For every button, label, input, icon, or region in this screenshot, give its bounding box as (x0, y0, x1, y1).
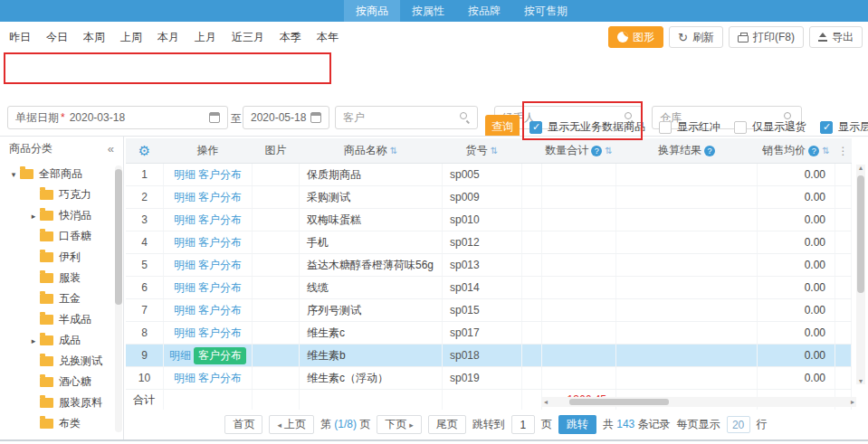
display-option-checkbox[interactable]: 仅显示退货 (734, 119, 806, 135)
detail-link[interactable]: 明细 (174, 326, 196, 341)
table-row[interactable]: 5 明细 客户分布 益达木糖醇香橙薄荷味56g sp013 0.00 (126, 254, 852, 277)
vertical-scrollbar-thumb[interactable] (857, 175, 864, 293)
category-tree-item[interactable]: ▾ 全部商品 (0, 164, 114, 184)
next-page-button[interactable]: 下页▸ (377, 415, 422, 434)
scroll-right-arrow[interactable]: ▸ (851, 397, 854, 407)
customer-distribution-link[interactable]: 客户分布 (198, 371, 242, 386)
checkbox-box[interactable] (659, 121, 672, 134)
header-qty[interactable]: 数量合计 (542, 138, 616, 163)
customer-field[interactable]: 客户 (335, 106, 478, 129)
detail-link[interactable]: 明细 (174, 235, 196, 250)
detail-link[interactable]: 明细 (174, 371, 196, 386)
category-tree-item[interactable]: 半成品 (0, 309, 114, 330)
calendar-icon[interactable] (209, 112, 220, 123)
sort-icon[interactable] (822, 146, 829, 156)
category-tree-item[interactable]: 伊利 (0, 247, 114, 268)
display-option-checkbox[interactable]: 显示层次结构 (820, 119, 868, 135)
quick-date-link[interactable]: 昨日 (9, 30, 31, 45)
sidebar-scrollbar-thumb[interactable] (115, 169, 122, 305)
category-tree-item[interactable]: 巧克力 (0, 184, 114, 205)
scroll-left-arrow[interactable]: ◂ (544, 397, 548, 407)
checkbox-box[interactable] (820, 121, 833, 134)
category-tree-item[interactable]: 服装 (0, 268, 114, 288)
help-icon[interactable] (808, 146, 819, 156)
collapse-sidebar-icon[interactable]: « (108, 142, 114, 156)
table-horizontal-scrollbar[interactable]: ◂ ▸ (542, 397, 856, 407)
category-tree-item[interactable]: 布类 (0, 413, 114, 434)
quick-date-link[interactable]: 上周 (120, 30, 142, 45)
detail-link[interactable]: 明细 (174, 190, 196, 205)
help-icon[interactable] (704, 146, 715, 156)
category-tree-item[interactable]: 五金 (0, 288, 114, 309)
category-tree-item[interactable]: 兑换测试 (0, 351, 114, 372)
report-tab[interactable]: 按属性 (400, 0, 456, 22)
report-tab[interactable]: 按品牌 (456, 0, 512, 22)
customer-distribution-link[interactable]: 客户分布 (198, 280, 242, 296)
quick-date-link[interactable]: 本月 (157, 30, 179, 45)
display-option-checkbox[interactable]: 显示无业务数据商品 (529, 119, 645, 135)
category-tree-item[interactable]: 服装原料 (0, 392, 114, 413)
first-page-button[interactable]: 首页 (224, 415, 262, 434)
category-tree-item[interactable]: 酒心糖 (0, 372, 114, 392)
table-row[interactable]: 8 明细 客户分布 维生素c sp017 0.00 (126, 322, 852, 345)
table-row[interactable]: 4 明细 客户分布 手机 sp012 0.00 (126, 231, 852, 254)
customer-distribution-link[interactable]: 客户分布 (198, 326, 242, 341)
calendar-icon[interactable] (310, 112, 321, 123)
jump-button[interactable]: 跳转 (558, 415, 596, 434)
table-row[interactable]: 7 明细 客户分布 序列号测试 sp015 0.00 (126, 299, 852, 322)
table-row[interactable]: 3 明细 客户分布 双梅味蛋糕 sp010 0.00 (126, 209, 852, 231)
refresh-button[interactable]: ↻ 刷新 (669, 26, 723, 48)
category-tree-item[interactable]: 口香糖 (0, 226, 114, 247)
date-from-field[interactable]: 单据日期 * 2020-03-18 (7, 106, 228, 129)
table-vertical-scrollbar[interactable]: ▴ ▾ (856, 165, 865, 384)
detail-link[interactable]: 明细 (174, 280, 196, 296)
report-tab[interactable]: 按商品 (344, 0, 400, 22)
customer-distribution-link[interactable]: 客户分布 (198, 303, 242, 318)
detail-link[interactable]: 明细 (174, 213, 196, 228)
category-tree-item[interactable]: ▸ 快消品 (0, 205, 114, 226)
quick-date-link[interactable]: 本周 (83, 30, 105, 45)
quick-date-link[interactable]: 上月 (195, 30, 216, 45)
detail-link[interactable]: 明细 (169, 348, 191, 364)
report-tab[interactable]: 按可售期 (512, 0, 579, 22)
header-name[interactable]: 商品名称 (300, 138, 443, 163)
search-icon[interactable] (459, 112, 470, 123)
sort-icon[interactable] (390, 146, 397, 156)
checkbox-box[interactable] (529, 121, 542, 134)
scroll-up-arrow[interactable]: ▴ (856, 164, 865, 172)
customer-distribution-link[interactable]: 客户分布 (198, 258, 242, 273)
header-sku[interactable]: 货号 (443, 138, 522, 163)
print-button[interactable]: 打印(F8) (729, 26, 804, 48)
horizontal-scrollbar-thumb[interactable] (569, 399, 669, 405)
detail-link[interactable]: 明细 (174, 303, 196, 318)
date-to-field[interactable]: 2020-05-18 (243, 106, 329, 129)
detail-link[interactable]: 明细 (174, 258, 196, 273)
checkbox-box[interactable] (734, 121, 747, 134)
customer-distribution-link[interactable]: 客户分布 (198, 167, 242, 183)
customer-distribution-link[interactable]: 客户分布 (198, 235, 242, 250)
export-button[interactable]: 导出 (809, 26, 863, 48)
tree-expander-icon[interactable]: ▸ (27, 336, 40, 345)
scroll-down-arrow[interactable]: ▾ (856, 377, 865, 385)
per-page-input[interactable]: 20 (727, 416, 750, 433)
tree-expander-icon[interactable]: ▾ (7, 170, 20, 179)
quick-date-link[interactable]: 本季 (280, 30, 301, 45)
table-row[interactable]: 2 明细 客户分布 采购测试 sp009 0.00 (126, 186, 852, 209)
display-option-checkbox[interactable]: 显示红冲 (659, 119, 720, 135)
header-more[interactable]: ⋮ (835, 138, 852, 163)
detail-link[interactable]: 明细 (174, 167, 196, 183)
table-row[interactable]: 6 明细 客户分布 线缆 sp014 0.00 (126, 277, 852, 299)
customer-distribution-link[interactable]: 客户分布 (198, 213, 242, 228)
sort-icon[interactable] (605, 146, 612, 156)
table-row[interactable]: 10 明细 客户分布 维生素c（浮动） sp019 0.00 (126, 367, 852, 390)
table-row[interactable]: 9 明细 客户分布 维生素b sp018 0.00 (126, 345, 852, 367)
column-settings-gear-icon[interactable] (138, 143, 150, 159)
sort-icon[interactable] (491, 146, 498, 156)
quick-date-link[interactable]: 今日 (46, 30, 68, 45)
customer-distribution-link[interactable]: 客户分布 (198, 190, 242, 205)
sidebar-scrollbar[interactable] (115, 165, 122, 432)
help-icon[interactable] (591, 146, 602, 156)
prev-page-button[interactable]: ◂上页 (269, 415, 314, 434)
header-avg[interactable]: 销售均价 (758, 138, 835, 163)
quick-date-link[interactable]: 近三月 (232, 30, 264, 45)
